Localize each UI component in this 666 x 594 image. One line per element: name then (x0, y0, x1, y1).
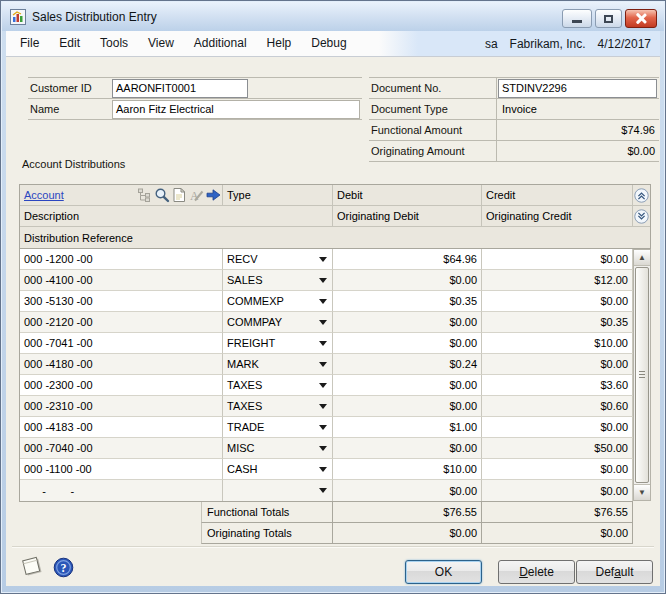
credit-cell[interactable]: $0.00 (482, 291, 633, 312)
scroll-down-icon[interactable]: ▼ (634, 484, 650, 500)
ok-button[interactable]: OK (405, 560, 482, 584)
account-cell[interactable]: 000 -7041 -00 (20, 333, 223, 354)
credit-cell[interactable]: $0.00 (482, 354, 633, 375)
footer-divider (12, 546, 654, 548)
type-dropdown-icon[interactable] (319, 404, 327, 409)
type-cell[interactable]: TAXES (223, 396, 333, 417)
credit-header: Credit (482, 185, 633, 205)
window-title: Sales Distribution Entry (32, 10, 157, 24)
scrollbar-thumb[interactable] (635, 267, 649, 483)
credit-cell[interactable]: $0.60 (482, 396, 633, 417)
account-cell[interactable]: 000 -2300 -00 (20, 375, 223, 396)
account-cell[interactable]: 000 -7040 -00 (20, 438, 223, 459)
type-cell[interactable]: COMMEXP (223, 291, 333, 312)
debit-cell[interactable]: $0.00 (333, 396, 482, 417)
minimize-button[interactable] (562, 9, 592, 28)
type-dropdown-icon[interactable] (319, 446, 327, 451)
debit-cell[interactable]: $0.00 (333, 480, 482, 501)
menu-item-view[interactable]: View (138, 31, 184, 56)
maximize-button[interactable] (595, 9, 622, 28)
credit-cell[interactable]: $0.00 (482, 480, 633, 501)
note-icon[interactable] (20, 555, 46, 579)
debit-cell[interactable]: $10.00 (333, 459, 482, 480)
type-cell[interactable]: TAXES (223, 375, 333, 396)
hierarchy-icon (137, 187, 153, 203)
type-dropdown-icon[interactable] (319, 425, 327, 430)
credit-cell[interactable]: $0.00 (482, 417, 633, 438)
originating-debit-header: Originating Debit (333, 206, 482, 226)
chevron-down-icon (634, 209, 649, 224)
debit-cell[interactable]: $0.00 (333, 438, 482, 459)
account-header-link[interactable]: Account (24, 189, 64, 201)
credit-cell[interactable]: $3.60 (482, 375, 633, 396)
expand-rows-button[interactable] (633, 206, 650, 226)
credit-cell[interactable]: $0.00 (482, 459, 633, 480)
debit-cell[interactable]: $0.00 (333, 312, 482, 333)
debit-cell[interactable]: $1.00 (333, 417, 482, 438)
type-cell[interactable]: TRADE (223, 417, 333, 438)
type-cell[interactable]: CASH (223, 459, 333, 480)
account-cell[interactable]: 000 -4180 -00 (20, 354, 223, 375)
type-cell[interactable]: MARK (223, 354, 333, 375)
debit-cell[interactable]: $64.96 (333, 249, 482, 270)
type-cell[interactable]: MISC (223, 438, 333, 459)
status-company: Fabrikam, Inc. (510, 37, 586, 51)
document-icon[interactable] (171, 187, 187, 203)
type-dropdown-icon[interactable] (319, 383, 327, 388)
type-dropdown-icon[interactable] (319, 278, 327, 283)
credit-cell[interactable]: $12.00 (482, 270, 633, 291)
credit-cell[interactable]: $0.35 (482, 312, 633, 333)
account-cell[interactable]: 300 -5130 -00 (20, 291, 223, 312)
vertical-scrollbar[interactable]: ▲ ▼ (633, 249, 651, 501)
close-icon (636, 13, 647, 24)
type-dropdown-icon[interactable] (319, 320, 327, 325)
type-dropdown-icon[interactable] (319, 257, 327, 262)
help-icon[interactable]: ? (53, 557, 74, 578)
type-dropdown-icon[interactable] (319, 341, 327, 346)
customer-fields: Customer ID AARONFIT0001 Name Aaron Fitz… (28, 77, 362, 120)
account-cell[interactable]: 000 -4183 -00 (20, 417, 223, 438)
menu-item-file[interactable]: File (10, 31, 49, 56)
menu-item-help[interactable]: Help (257, 31, 302, 56)
document-no-field[interactable]: STDINV2296 (498, 79, 657, 98)
debit-cell[interactable]: $0.35 (333, 291, 482, 312)
menu-item-edit[interactable]: Edit (49, 31, 90, 56)
type-cell[interactable]: SALES (223, 270, 333, 291)
totals-label: Originating Totals (201, 523, 333, 544)
debit-cell[interactable]: $0.24 (333, 354, 482, 375)
customer-id-field[interactable]: AARONFIT0001 (112, 79, 248, 98)
default-button[interactable]: Default (576, 560, 653, 584)
table-row: 000 -7041 -00FREIGHT$0.00$10.00 (20, 333, 633, 354)
goto-arrow-icon[interactable] (205, 187, 222, 203)
type-cell[interactable]: RECV (223, 249, 333, 270)
type-cell[interactable] (223, 480, 333, 501)
account-cell[interactable]: 000 -4100 -00 (20, 270, 223, 291)
menu-item-additional[interactable]: Additional (184, 31, 257, 56)
type-dropdown-icon[interactable] (319, 488, 327, 493)
menu-item-tools[interactable]: Tools (90, 31, 138, 56)
account-cell[interactable]: - - (20, 480, 223, 501)
credit-cell[interactable]: $0.00 (482, 249, 633, 270)
type-dropdown-icon[interactable] (319, 362, 327, 367)
type-cell[interactable]: COMMPAY (223, 312, 333, 333)
debit-cell[interactable]: $0.00 (333, 375, 482, 396)
credit-cell[interactable]: $50.00 (482, 438, 633, 459)
type-dropdown-icon[interactable] (319, 467, 327, 472)
account-cell[interactable]: 000 -1100 -00 (20, 459, 223, 480)
menu-item-debug[interactable]: Debug (301, 31, 356, 56)
table-row: 000 -1100 -00CASH$10.00$0.00 (20, 459, 633, 480)
lookup-icon[interactable] (154, 187, 170, 203)
credit-cell[interactable]: $10.00 (482, 333, 633, 354)
delete-button[interactable]: Delete (498, 560, 575, 584)
account-cell[interactable]: 000 -1200 -00 (20, 249, 223, 270)
scroll-up-icon[interactable]: ▲ (634, 250, 650, 266)
type-dropdown-icon[interactable] (319, 299, 327, 304)
type-value: MISC (227, 442, 255, 454)
close-button[interactable] (625, 9, 657, 28)
collapse-rows-button[interactable] (633, 185, 650, 205)
debit-cell[interactable]: $0.00 (333, 270, 482, 291)
type-cell[interactable]: FREIGHT (223, 333, 333, 354)
account-cell[interactable]: 000 -2120 -00 (20, 312, 223, 333)
debit-cell[interactable]: $0.00 (333, 333, 482, 354)
account-cell[interactable]: 000 -2310 -00 (20, 396, 223, 417)
